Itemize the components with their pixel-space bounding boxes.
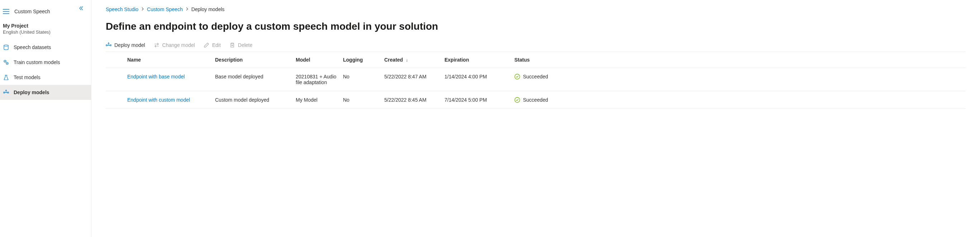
svg-rect-10 [8, 92, 9, 93]
col-header-logging[interactable]: Logging [343, 57, 384, 63]
col-header-created-label: Created [384, 57, 403, 63]
breadcrumb-link-speech-studio[interactable]: Speech Studio [106, 6, 138, 12]
breadcrumb-current: Deploy models [191, 6, 225, 12]
sidebar-item-label: Test models [14, 74, 40, 80]
endpoint-name-link[interactable]: Endpoint with base model [127, 74, 215, 79]
sidebar-item-label: Deploy models [14, 90, 49, 95]
hamburger-icon [3, 9, 10, 14]
toolbar: Deploy model Change model Edit [106, 42, 966, 52]
endpoints-table: Name Description Model Logging Created ↓… [106, 52, 966, 109]
swap-icon [154, 42, 159, 48]
svg-point-19 [515, 74, 520, 79]
database-icon [3, 44, 9, 51]
sidebar-header[interactable]: Custom Speech [0, 3, 91, 20]
col-header-created[interactable]: Created ↓ [384, 57, 444, 63]
table-row[interactable]: Endpoint with custom model Custom model … [106, 91, 966, 109]
project-title: My Project [3, 23, 88, 28]
col-header-name[interactable]: Name [127, 57, 215, 63]
col-header-description[interactable]: Description [215, 57, 296, 63]
toolbar-label: Delete [238, 42, 252, 48]
col-header-status[interactable]: Status [514, 57, 966, 63]
endpoint-status: Succeeded [514, 74, 966, 79]
sidebar-item-test-models[interactable]: Test models [0, 70, 91, 85]
edit-button: Edit [204, 42, 221, 48]
success-check-icon [514, 97, 520, 103]
sidebar-item-train-custom-models[interactable]: Train custom models [0, 55, 91, 70]
sidebar-item-speech-datasets[interactable]: Speech datasets [0, 40, 91, 55]
table-row[interactable]: Endpoint with base model Base model depl… [106, 68, 966, 91]
endpoint-name-link[interactable]: Endpoint with custom model [127, 97, 215, 103]
toolbar-label: Deploy model [115, 42, 145, 48]
col-header-model[interactable]: Model [296, 57, 343, 63]
chevron-right-icon [141, 7, 144, 11]
status-label: Succeeded [523, 97, 548, 103]
chevron-double-left-icon [79, 6, 84, 11]
svg-point-5 [5, 61, 5, 62]
project-subtitle: English (United States) [3, 29, 88, 35]
deploy-icon [3, 89, 9, 96]
sidebar-item-label: Train custom models [14, 59, 60, 65]
endpoint-expiration: 1/14/2024 4:00 PM [444, 74, 514, 79]
deploy-model-button[interactable]: Deploy model [106, 42, 145, 48]
toolbar-label: Change model [162, 42, 195, 48]
toolbar-label: Edit [212, 42, 221, 48]
svg-point-20 [515, 97, 520, 103]
collapse-sidebar-button[interactable] [79, 6, 84, 12]
svg-rect-9 [3, 92, 5, 93]
sidebar-item-label: Speech datasets [14, 44, 51, 50]
sidebar-item-deploy-models[interactable]: Deploy models [0, 85, 91, 100]
endpoint-expiration: 7/14/2024 5:00 PM [444, 97, 514, 103]
table-header-row: Name Description Model Logging Created ↓… [106, 52, 966, 68]
sidebar: Custom Speech My Project English (United… [0, 0, 91, 237]
col-header-expiration[interactable]: Expiration [444, 57, 514, 63]
main-content: Speech Studio Custom Speech Deploy model… [91, 0, 980, 237]
endpoint-logging: No [343, 74, 384, 79]
endpoint-description: Base model deployed [215, 74, 296, 79]
status-label: Succeeded [523, 74, 548, 79]
breadcrumb: Speech Studio Custom Speech Deploy model… [106, 6, 966, 12]
change-model-button: Change model [154, 42, 195, 48]
svg-rect-14 [110, 45, 111, 46]
project-section: My Project English (United States) [0, 20, 91, 40]
svg-point-7 [7, 63, 8, 64]
gears-icon [3, 59, 9, 65]
breadcrumb-link-custom-speech[interactable]: Custom Speech [147, 6, 183, 12]
deploy-icon [106, 42, 111, 48]
flask-icon [3, 74, 9, 81]
endpoint-model: My Model [296, 97, 343, 103]
endpoint-status: Succeeded [514, 97, 966, 103]
delete-button: Delete [229, 42, 252, 48]
pencil-icon [204, 42, 209, 48]
success-check-icon [514, 74, 520, 79]
endpoint-description: Custom model deployed [215, 97, 296, 103]
trash-icon [229, 42, 235, 48]
endpoint-created: 5/22/2022 8:45 AM [384, 97, 444, 103]
sidebar-header-label: Custom Speech [14, 9, 50, 14]
chevron-right-icon [186, 7, 189, 11]
sort-desc-icon: ↓ [406, 58, 408, 63]
svg-point-3 [4, 45, 8, 46]
endpoint-model: 20210831 + Audio file adaptation [296, 74, 343, 85]
page-title: Define an endpoint to deploy a custom sp… [106, 21, 966, 32]
endpoint-logging: No [343, 97, 384, 103]
endpoint-created: 5/22/2022 8:47 AM [384, 74, 444, 79]
svg-rect-13 [106, 45, 107, 46]
